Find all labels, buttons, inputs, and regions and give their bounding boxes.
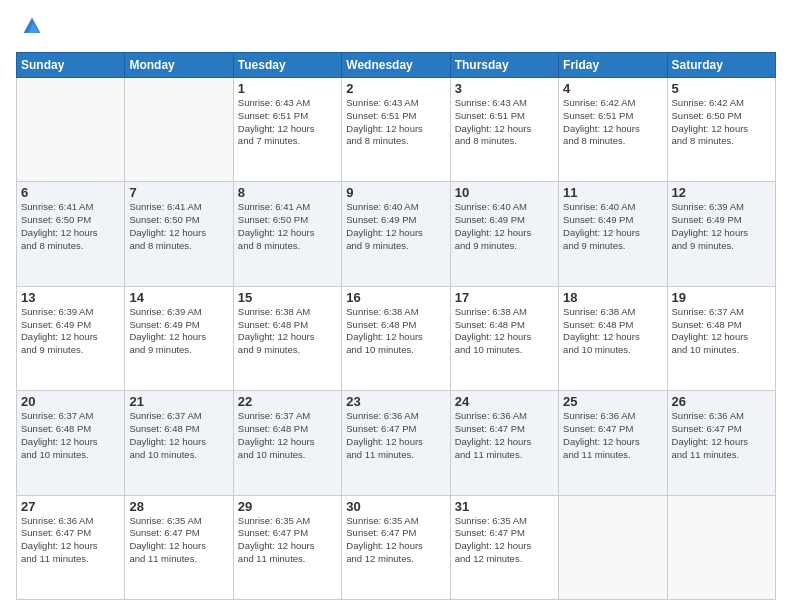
weekday-header-thursday: Thursday (450, 53, 558, 78)
calendar-cell: 29Sunrise: 6:35 AM Sunset: 6:47 PM Dayli… (233, 495, 341, 599)
day-number: 14 (129, 290, 228, 305)
header (16, 12, 776, 44)
day-number: 29 (238, 499, 337, 514)
day-info: Sunrise: 6:40 AM Sunset: 6:49 PM Dayligh… (455, 201, 554, 252)
day-info: Sunrise: 6:36 AM Sunset: 6:47 PM Dayligh… (346, 410, 445, 461)
calendar-cell (667, 495, 775, 599)
day-number: 5 (672, 81, 771, 96)
day-number: 17 (455, 290, 554, 305)
day-info: Sunrise: 6:42 AM Sunset: 6:51 PM Dayligh… (563, 97, 662, 148)
calendar-cell (17, 78, 125, 182)
day-number: 10 (455, 185, 554, 200)
day-info: Sunrise: 6:36 AM Sunset: 6:47 PM Dayligh… (563, 410, 662, 461)
logo-icon (18, 12, 46, 40)
day-info: Sunrise: 6:39 AM Sunset: 6:49 PM Dayligh… (129, 306, 228, 357)
day-info: Sunrise: 6:40 AM Sunset: 6:49 PM Dayligh… (563, 201, 662, 252)
weekday-header-row: SundayMondayTuesdayWednesdayThursdayFrid… (17, 53, 776, 78)
day-info: Sunrise: 6:41 AM Sunset: 6:50 PM Dayligh… (129, 201, 228, 252)
day-info: Sunrise: 6:38 AM Sunset: 6:48 PM Dayligh… (455, 306, 554, 357)
day-number: 31 (455, 499, 554, 514)
day-info: Sunrise: 6:36 AM Sunset: 6:47 PM Dayligh… (455, 410, 554, 461)
day-number: 27 (21, 499, 120, 514)
calendar-cell: 25Sunrise: 6:36 AM Sunset: 6:47 PM Dayli… (559, 391, 667, 495)
day-info: Sunrise: 6:39 AM Sunset: 6:49 PM Dayligh… (672, 201, 771, 252)
calendar-cell: 6Sunrise: 6:41 AM Sunset: 6:50 PM Daylig… (17, 182, 125, 286)
day-number: 1 (238, 81, 337, 96)
day-number: 24 (455, 394, 554, 409)
day-number: 8 (238, 185, 337, 200)
day-info: Sunrise: 6:35 AM Sunset: 6:47 PM Dayligh… (455, 515, 554, 566)
calendar-cell (559, 495, 667, 599)
calendar-cell: 4Sunrise: 6:42 AM Sunset: 6:51 PM Daylig… (559, 78, 667, 182)
weekday-header-friday: Friday (559, 53, 667, 78)
day-info: Sunrise: 6:38 AM Sunset: 6:48 PM Dayligh… (238, 306, 337, 357)
day-info: Sunrise: 6:42 AM Sunset: 6:50 PM Dayligh… (672, 97, 771, 148)
calendar-cell (125, 78, 233, 182)
day-number: 18 (563, 290, 662, 305)
day-info: Sunrise: 6:39 AM Sunset: 6:49 PM Dayligh… (21, 306, 120, 357)
weekday-header-saturday: Saturday (667, 53, 775, 78)
day-info: Sunrise: 6:35 AM Sunset: 6:47 PM Dayligh… (346, 515, 445, 566)
calendar-cell: 12Sunrise: 6:39 AM Sunset: 6:49 PM Dayli… (667, 182, 775, 286)
calendar-cell: 11Sunrise: 6:40 AM Sunset: 6:49 PM Dayli… (559, 182, 667, 286)
calendar-cell: 22Sunrise: 6:37 AM Sunset: 6:48 PM Dayli… (233, 391, 341, 495)
day-number: 12 (672, 185, 771, 200)
day-number: 6 (21, 185, 120, 200)
day-info: Sunrise: 6:43 AM Sunset: 6:51 PM Dayligh… (346, 97, 445, 148)
calendar-cell: 16Sunrise: 6:38 AM Sunset: 6:48 PM Dayli… (342, 286, 450, 390)
day-info: Sunrise: 6:41 AM Sunset: 6:50 PM Dayligh… (238, 201, 337, 252)
calendar-cell: 28Sunrise: 6:35 AM Sunset: 6:47 PM Dayli… (125, 495, 233, 599)
calendar-cell: 13Sunrise: 6:39 AM Sunset: 6:49 PM Dayli… (17, 286, 125, 390)
day-number: 3 (455, 81, 554, 96)
day-info: Sunrise: 6:37 AM Sunset: 6:48 PM Dayligh… (672, 306, 771, 357)
day-info: Sunrise: 6:37 AM Sunset: 6:48 PM Dayligh… (21, 410, 120, 461)
calendar-cell: 23Sunrise: 6:36 AM Sunset: 6:47 PM Dayli… (342, 391, 450, 495)
day-info: Sunrise: 6:43 AM Sunset: 6:51 PM Dayligh… (455, 97, 554, 148)
weekday-header-wednesday: Wednesday (342, 53, 450, 78)
week-row-3: 13Sunrise: 6:39 AM Sunset: 6:49 PM Dayli… (17, 286, 776, 390)
calendar-cell: 15Sunrise: 6:38 AM Sunset: 6:48 PM Dayli… (233, 286, 341, 390)
day-number: 28 (129, 499, 228, 514)
day-info: Sunrise: 6:40 AM Sunset: 6:49 PM Dayligh… (346, 201, 445, 252)
calendar-cell: 20Sunrise: 6:37 AM Sunset: 6:48 PM Dayli… (17, 391, 125, 495)
day-info: Sunrise: 6:37 AM Sunset: 6:48 PM Dayligh… (238, 410, 337, 461)
day-number: 20 (21, 394, 120, 409)
week-row-4: 20Sunrise: 6:37 AM Sunset: 6:48 PM Dayli… (17, 391, 776, 495)
weekday-header-sunday: Sunday (17, 53, 125, 78)
calendar-cell: 7Sunrise: 6:41 AM Sunset: 6:50 PM Daylig… (125, 182, 233, 286)
day-info: Sunrise: 6:35 AM Sunset: 6:47 PM Dayligh… (238, 515, 337, 566)
calendar-cell: 21Sunrise: 6:37 AM Sunset: 6:48 PM Dayli… (125, 391, 233, 495)
day-number: 11 (563, 185, 662, 200)
day-number: 16 (346, 290, 445, 305)
day-number: 9 (346, 185, 445, 200)
calendar-cell: 27Sunrise: 6:36 AM Sunset: 6:47 PM Dayli… (17, 495, 125, 599)
day-info: Sunrise: 6:35 AM Sunset: 6:47 PM Dayligh… (129, 515, 228, 566)
day-info: Sunrise: 6:43 AM Sunset: 6:51 PM Dayligh… (238, 97, 337, 148)
logo (16, 12, 46, 44)
day-number: 22 (238, 394, 337, 409)
calendar-cell: 31Sunrise: 6:35 AM Sunset: 6:47 PM Dayli… (450, 495, 558, 599)
day-info: Sunrise: 6:37 AM Sunset: 6:48 PM Dayligh… (129, 410, 228, 461)
calendar-cell: 2Sunrise: 6:43 AM Sunset: 6:51 PM Daylig… (342, 78, 450, 182)
calendar-cell: 10Sunrise: 6:40 AM Sunset: 6:49 PM Dayli… (450, 182, 558, 286)
calendar-cell: 14Sunrise: 6:39 AM Sunset: 6:49 PM Dayli… (125, 286, 233, 390)
calendar: SundayMondayTuesdayWednesdayThursdayFrid… (16, 52, 776, 600)
day-number: 4 (563, 81, 662, 96)
day-info: Sunrise: 6:36 AM Sunset: 6:47 PM Dayligh… (672, 410, 771, 461)
calendar-cell: 18Sunrise: 6:38 AM Sunset: 6:48 PM Dayli… (559, 286, 667, 390)
day-number: 30 (346, 499, 445, 514)
calendar-cell: 1Sunrise: 6:43 AM Sunset: 6:51 PM Daylig… (233, 78, 341, 182)
day-number: 25 (563, 394, 662, 409)
week-row-2: 6Sunrise: 6:41 AM Sunset: 6:50 PM Daylig… (17, 182, 776, 286)
week-row-1: 1Sunrise: 6:43 AM Sunset: 6:51 PM Daylig… (17, 78, 776, 182)
day-number: 7 (129, 185, 228, 200)
day-number: 13 (21, 290, 120, 305)
day-number: 23 (346, 394, 445, 409)
calendar-cell: 9Sunrise: 6:40 AM Sunset: 6:49 PM Daylig… (342, 182, 450, 286)
day-number: 15 (238, 290, 337, 305)
calendar-cell: 30Sunrise: 6:35 AM Sunset: 6:47 PM Dayli… (342, 495, 450, 599)
weekday-header-monday: Monday (125, 53, 233, 78)
day-info: Sunrise: 6:41 AM Sunset: 6:50 PM Dayligh… (21, 201, 120, 252)
calendar-cell: 19Sunrise: 6:37 AM Sunset: 6:48 PM Dayli… (667, 286, 775, 390)
page: SundayMondayTuesdayWednesdayThursdayFrid… (0, 0, 792, 612)
